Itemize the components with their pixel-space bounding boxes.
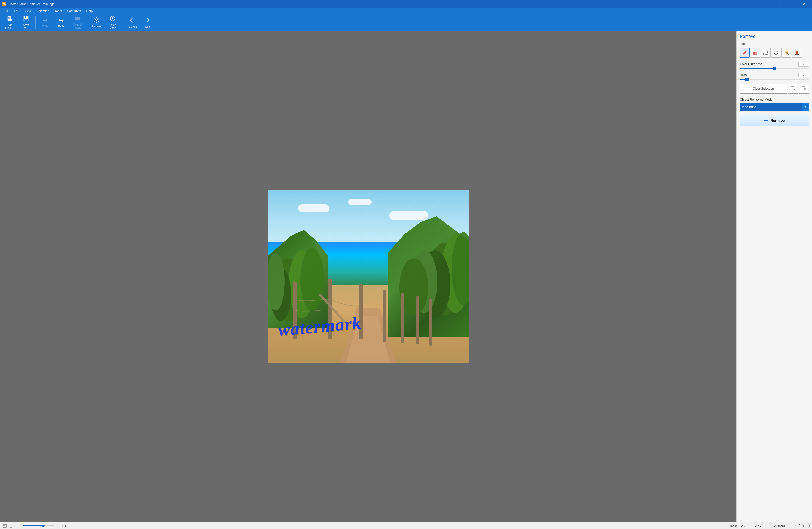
zoom-slider-fill bbox=[23, 525, 43, 526]
twitter-icon[interactable]: 𝕏 bbox=[802, 524, 805, 528]
color-fuzziness-value: 50 bbox=[798, 62, 809, 67]
info-icon[interactable]: ℹ bbox=[795, 524, 797, 528]
zoom-in-button[interactable]: + bbox=[55, 523, 60, 528]
eraser-icon bbox=[753, 50, 758, 55]
save-as-button[interactable]: Save as... bbox=[18, 15, 34, 30]
svg-rect-42 bbox=[764, 51, 767, 55]
remove-label: Remove bbox=[91, 25, 101, 28]
titlebar: PS Photo Stamp Remover - thin.jpg* ─ □ ✕ bbox=[0, 0, 812, 8]
redo-label: Redo bbox=[58, 24, 64, 27]
facebook-icon[interactable]: f bbox=[799, 524, 800, 528]
stamp-icon bbox=[794, 50, 799, 55]
dilate-track[interactable] bbox=[740, 79, 809, 80]
select-area-icon bbox=[10, 524, 14, 528]
tool-pencil[interactable] bbox=[740, 48, 750, 58]
svg-rect-39 bbox=[753, 52, 755, 54]
canvas-area[interactable]: watermark bbox=[0, 31, 736, 522]
time-value: 2.0 bbox=[741, 524, 745, 527]
add-files-icon bbox=[7, 15, 13, 23]
maximize-button[interactable]: □ bbox=[786, 0, 798, 8]
next-button[interactable]: Next bbox=[140, 15, 156, 30]
svg-rect-34 bbox=[417, 296, 419, 344]
svg-rect-8 bbox=[26, 16, 27, 18]
original-image-button[interactable]: Original Image bbox=[70, 15, 85, 30]
tools-row bbox=[740, 48, 809, 58]
undo-button[interactable]: ↩ Undo bbox=[37, 15, 53, 30]
color-fuzziness-label: Color Fuzziness bbox=[740, 62, 762, 66]
mode-dropdown[interactable]: Inpainting Smart Fill Texture Synthesis bbox=[740, 103, 809, 111]
remove-button[interactable]: Remove bbox=[89, 15, 104, 30]
mode-dropdown-wrapper: Inpainting Smart Fill Texture Synthesis … bbox=[740, 103, 809, 111]
svg-rect-33 bbox=[401, 294, 404, 343]
menu-item-help[interactable]: Help bbox=[84, 9, 96, 14]
svg-point-12 bbox=[76, 17, 77, 18]
color-fuzziness-section: Color Fuzziness 50 bbox=[740, 62, 809, 69]
lasso-icon bbox=[773, 50, 779, 55]
status-sep-3: │ bbox=[789, 524, 791, 527]
close-button[interactable]: ✕ bbox=[798, 0, 810, 8]
menubar: FileEditViewSelectionToolsSoftOrbitsHelp bbox=[0, 8, 812, 14]
clear-selection-label: Clear Selection bbox=[753, 87, 774, 90]
zoom-slider-track[interactable] bbox=[23, 525, 54, 526]
select-area-button[interactable] bbox=[10, 523, 15, 528]
image-dimensions: 1920x1281 bbox=[771, 524, 785, 527]
add-files-button[interactable]: Add File(s)... bbox=[2, 15, 18, 30]
tool-stamp[interactable] bbox=[792, 48, 802, 58]
external-link-icon[interactable]: ⬡ bbox=[807, 524, 810, 528]
rect-select-icon bbox=[763, 50, 768, 55]
clear-selection-button[interactable]: Clear Selection bbox=[740, 84, 787, 94]
menu-item-tools[interactable]: Tools bbox=[52, 9, 64, 14]
remove-action-button[interactable]: ➡ Remove bbox=[740, 115, 809, 126]
color-fuzziness-thumb[interactable] bbox=[773, 67, 776, 70]
file-format: JPG bbox=[755, 524, 761, 527]
remove-action-label: Remove bbox=[770, 118, 785, 123]
menu-item-view[interactable]: View bbox=[22, 9, 34, 14]
batch-mode-button[interactable]: Batch Mode bbox=[105, 15, 120, 30]
menu-item-edit[interactable]: Edit bbox=[11, 9, 22, 14]
time-label: Time (s): 2.0 bbox=[728, 524, 745, 527]
dilate-value: 2 bbox=[798, 73, 809, 77]
select-save-icon bbox=[791, 86, 795, 91]
redo-icon: ↪ bbox=[59, 18, 63, 24]
previous-button[interactable]: Previous bbox=[124, 15, 140, 30]
tool-lasso[interactable] bbox=[771, 48, 781, 58]
status-icons: ℹ f 𝕏 ⬡ bbox=[795, 524, 810, 528]
svg-rect-0 bbox=[8, 16, 11, 20]
tool-rect-select[interactable] bbox=[760, 48, 770, 58]
zoom-controls: ─ + 47% bbox=[17, 523, 69, 528]
zoom-slider-thumb[interactable] bbox=[42, 525, 45, 527]
menu-item-selection[interactable]: Selection bbox=[34, 9, 52, 14]
zoom-out-button[interactable]: ─ bbox=[17, 523, 22, 528]
original-image-label: Original Image bbox=[73, 23, 82, 29]
color-fuzziness-track[interactable] bbox=[740, 68, 809, 69]
fit-page-button[interactable] bbox=[2, 523, 7, 528]
dilate-label: Dilate bbox=[740, 73, 748, 77]
image-container: watermark bbox=[268, 190, 468, 362]
svg-line-49 bbox=[785, 52, 786, 52]
next-label: Next bbox=[145, 26, 151, 28]
statusbar: ─ + 47% Time (s): 2.0 │ JPG │ 1920x1281 … bbox=[0, 522, 812, 529]
dilate-section: Dilate 2 bbox=[740, 73, 809, 80]
undo-icon: ↩ bbox=[43, 18, 47, 24]
status-sep-2: │ bbox=[765, 524, 767, 527]
menu-item-softorbits[interactable]: SoftOrbits bbox=[64, 9, 84, 14]
fit-page-icon bbox=[3, 524, 7, 528]
svg-rect-65 bbox=[4, 525, 5, 526]
svg-rect-51 bbox=[796, 51, 798, 53]
select-load-button[interactable] bbox=[799, 84, 809, 94]
color-fuzziness-fill bbox=[740, 68, 774, 69]
app-icon-text: PS bbox=[3, 3, 6, 5]
panel-title: Remove bbox=[740, 34, 809, 39]
menu-item-file[interactable]: File bbox=[1, 9, 11, 14]
dilate-thumb[interactable] bbox=[745, 78, 749, 81]
tool-magic-wand[interactable] bbox=[782, 48, 792, 58]
main-content: watermark Remove Tools bbox=[0, 31, 812, 522]
tool-eraser[interactable] bbox=[750, 48, 760, 58]
select-save-button[interactable] bbox=[788, 84, 798, 94]
dilate-header: Dilate 2 bbox=[740, 73, 809, 77]
redo-button[interactable]: ↪ Redo bbox=[54, 15, 69, 30]
minimize-button[interactable]: ─ bbox=[774, 0, 786, 8]
add-files-label: Add File(s)... bbox=[5, 24, 15, 30]
right-panel: Remove Tools bbox=[736, 31, 812, 522]
previous-icon bbox=[128, 16, 135, 25]
